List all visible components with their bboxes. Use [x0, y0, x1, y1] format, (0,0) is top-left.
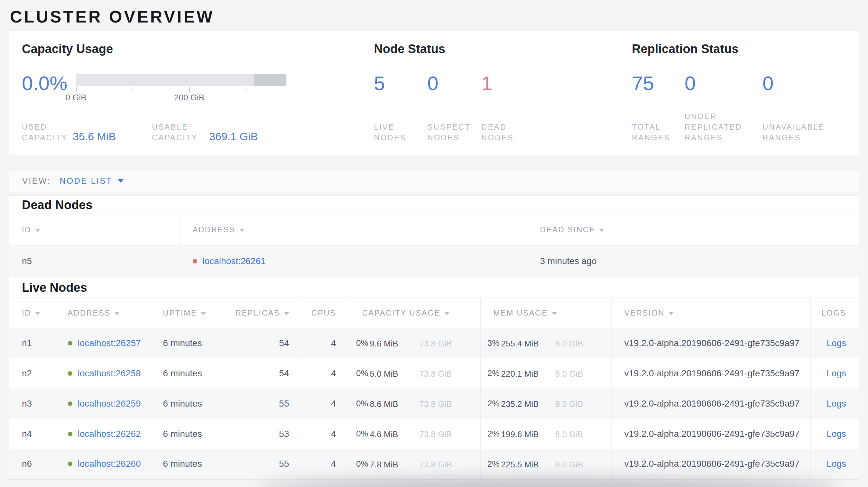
used-capacity-label: USED CAPACITY — [22, 122, 64, 143]
mem-percent-label: 2% — [480, 458, 501, 470]
replication-status-title: Replication Status — [632, 42, 846, 56]
total-ranges-value: 75 — [632, 74, 685, 93]
node-version: v19.2.0-alpha.20190606-2491-gfe735c9a97 — [611, 328, 810, 358]
node-capacity-usage-cell: 0% 7.8 MiB 73.8 GiB — [349, 449, 480, 479]
node-replicas: 55 — [222, 449, 302, 479]
node-uptime: 6 minutes — [150, 419, 222, 449]
node-uptime: 6 minutes — [150, 328, 222, 358]
node-status-section: Node Status 5 LIVE NODES 0 SUSPECT NODES… — [374, 42, 632, 143]
node-address-link[interactable]: localhost:26257 — [78, 338, 141, 348]
col-header-label: CPUS — [311, 309, 336, 317]
used-capacity-value: 35.6 MiB — [73, 131, 116, 143]
node-address-link[interactable]: localhost:26259 — [78, 398, 141, 409]
sort-caret-icon — [599, 229, 604, 232]
col-header-memory[interactable]: MEM USAGE — [480, 298, 611, 328]
mem-percent-label: 2% — [480, 397, 501, 410]
sort-caret-icon — [669, 312, 674, 315]
capacity-usage-title: Capacity Usage — [22, 42, 374, 56]
node-logs-link[interactable]: Logs — [827, 429, 846, 439]
mem-percent-label: 3% — [480, 337, 501, 349]
tick-mark — [76, 87, 76, 92]
tick-mark — [132, 87, 133, 92]
dead-nodes-header-row: IDADDRESSDEAD SINCE — [9, 214, 859, 246]
node-version: v19.2.0-alpha.20190606-2491-gfe735c9a97 — [611, 358, 810, 389]
capacity-percent-label: 0% — [349, 397, 370, 410]
node-address-link[interactable]: localhost:26260 — [78, 459, 141, 469]
mem-total-value: 8.0 GiB — [555, 460, 583, 469]
view-selector-bar: VIEW: NODE LIST — [9, 169, 859, 192]
node-mem-usage-cell: 2% 199.6 MiB 8.0 GiB — [480, 419, 611, 449]
col-header-uptime[interactable]: UPTIME — [150, 298, 222, 328]
live-nodes-value: 5 — [374, 74, 427, 93]
node-version: v19.2.0-alpha.20190606-2491-gfe735c9a97 — [611, 449, 810, 479]
node-mem-usage-cell: 2% 220.1 MiB 8.0 GiB — [480, 358, 611, 389]
live-nodes-table: IDADDRESSUPTIMEREPLICASCPUSCAPACITY USAG… — [9, 297, 859, 479]
under-replicated-ranges-stat: 0 UNDER-REPLICATED RANGES — [685, 74, 763, 143]
capacity-used-value: 9.6 MiB — [370, 339, 398, 349]
mem-total-value: 8.0 GiB — [555, 399, 583, 409]
mem-total-value: 8.0 GiB — [555, 369, 583, 379]
col-header-label: ADDRESS — [68, 309, 111, 317]
dead-nodes-heading: Dead Nodes — [9, 196, 859, 214]
sort-caret-icon — [115, 312, 120, 315]
unavailable-ranges-stat: 0 UNAVAILABLE RANGES — [763, 74, 846, 143]
capacity-usage-section: Capacity Usage 0.0% — [22, 42, 374, 143]
node-mem-usage-cell: 2% 235.2 MiB 8.0 GiB — [480, 389, 611, 419]
capacity-percent-label: 0% — [349, 428, 370, 440]
col-header-id[interactable]: ID — [9, 214, 180, 246]
col-header-dead_since[interactable]: DEAD SINCE — [527, 214, 859, 246]
nodes-tables-panel: Dead Nodes IDADDRESSDEAD SINCE n5 localh… — [9, 195, 859, 480]
mem-total-value: 8.0 GiB — [555, 429, 583, 440]
usable-capacity-label: USABLE CAPACITY — [152, 122, 200, 143]
col-header-replicas[interactable]: REPLICAS — [222, 298, 302, 328]
tick-mark — [246, 87, 246, 92]
replication-status-section: Replication Status 75 TOTAL RANGES 0 UND… — [632, 42, 846, 143]
node-logs-link[interactable]: Logs — [827, 368, 846, 378]
node-address-cell: localhost:26259 — [55, 389, 150, 419]
node-capacity-usage-cell: 0% 5.0 MiB 73.8 GiB — [349, 358, 480, 389]
live-nodes-header-row: IDADDRESSUPTIMEREPLICASCPUSCAPACITY USAG… — [9, 298, 859, 328]
capacity-percent-label: 0% — [349, 337, 370, 349]
col-header-cpus: CPUS — [302, 298, 349, 328]
sort-caret-icon — [239, 229, 245, 232]
tick-label-mid: 200 GiB — [174, 93, 204, 103]
suspect-nodes-stat: 0 SUSPECT NODES — [427, 74, 481, 143]
col-header-capacity[interactable]: CAPACITY USAGE — [349, 298, 480, 328]
node-live-dot-icon — [68, 341, 72, 346]
cluster-overview-page: CLUSTER OVERVIEW Capacity Usage 0.0% — [0, 0, 868, 487]
node-logs-cell: Logs — [810, 449, 859, 479]
node-logs-link[interactable]: Logs — [827, 459, 846, 469]
usable-capacity-value: 369.1 GiB — [209, 131, 258, 143]
col-header-address[interactable]: ADDRESS — [55, 298, 150, 328]
node-status-title: Node Status — [374, 42, 632, 56]
capacity-gauge-ticks — [76, 86, 286, 92]
mem-total-value: 8.0 GiB — [555, 339, 583, 349]
capacity-percent-label: 0% — [349, 458, 370, 470]
node-logs-cell: Logs — [810, 389, 859, 419]
chevron-down-icon[interactable] — [117, 179, 124, 183]
sort-caret-icon — [35, 229, 40, 232]
node-capacity-usage-cell: 0% 4.6 MiB 73.8 GiB — [349, 419, 480, 449]
node-address-link[interactable]: localhost:26261 — [203, 256, 266, 266]
unavailable-ranges-label: UNAVAILABLE RANGES — [763, 122, 846, 143]
node-logs-link[interactable]: Logs — [827, 338, 846, 348]
col-header-address[interactable]: ADDRESS — [180, 214, 527, 246]
node-address-link[interactable]: localhost:26262 — [78, 429, 141, 439]
col-header-label: ID — [22, 225, 31, 234]
live-nodes-stat: 5 LIVE NODES — [374, 74, 427, 143]
node-replicas: 55 — [222, 389, 302, 419]
view-selector[interactable]: NODE LIST — [60, 176, 112, 186]
node-address-link[interactable]: localhost:26258 — [78, 368, 141, 378]
capacity-gauge-dark-segment — [254, 74, 286, 86]
node-dead-since: 3 minutes ago — [527, 246, 859, 277]
node-logs-link[interactable]: Logs — [827, 398, 846, 409]
sort-caret-icon — [201, 312, 206, 315]
tick-mark — [189, 87, 190, 92]
node-id: n5 — [9, 246, 180, 277]
col-header-version[interactable]: VERSION — [611, 298, 810, 328]
node-address-cell: localhost:26261 — [180, 246, 527, 277]
node-id: n3 — [9, 389, 55, 419]
col-header-id[interactable]: ID — [9, 298, 55, 328]
mem-percent-label: 2% — [480, 367, 501, 379]
node-address-cell: localhost:26260 — [55, 449, 150, 479]
